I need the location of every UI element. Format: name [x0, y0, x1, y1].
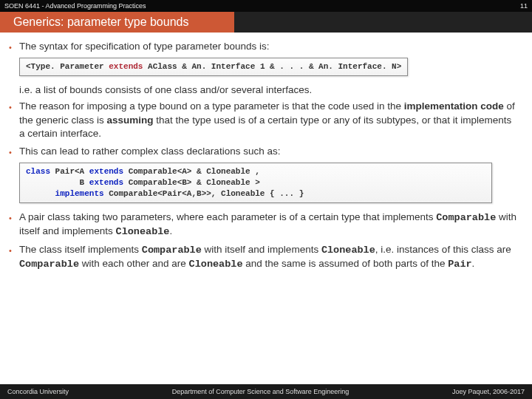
bullet-item: • The class itself implements Comparable…	[9, 243, 517, 271]
code-keyword: class	[26, 167, 50, 176]
bullet-text: This can lead to rather complex class de…	[19, 145, 517, 158]
text-run: .	[472, 258, 475, 269]
bullet-marker: •	[9, 40, 19, 53]
bullet-item: • A pair class taking two parameters, wh…	[9, 211, 517, 239]
text-run: and the same is assumed of both parts of…	[243, 258, 449, 269]
text-run: The class itself implements	[19, 244, 142, 255]
code-keyword: extends	[109, 62, 143, 71]
footer-right: Joey Paquet, 2006-2017	[452, 388, 525, 395]
text-run: .	[169, 225, 172, 236]
text-bold: assuming	[107, 115, 154, 126]
bullet-text: A pair class taking two parameters, wher…	[19, 211, 517, 239]
bullet-item: • The reason for imposing a type bound o…	[9, 100, 517, 140]
bullet-text: The syntax for specification of type par…	[19, 40, 517, 53]
bullet-text: The class itself implements Comparable w…	[19, 243, 517, 271]
text-run: , i.e. instances of this class are	[375, 244, 511, 255]
code-keyword: extends	[89, 178, 123, 187]
bullet-text: The reason for imposing a type bound on …	[19, 100, 517, 140]
text-mono: Cloneable	[116, 226, 170, 237]
footer-left: Concordia University	[7, 388, 69, 395]
code-token: Comparable<Pair<A,B>>, Cloneable { ... }	[104, 189, 304, 198]
code-block-pair: class Pair<A extends Comparable<A> & Clo…	[19, 163, 492, 203]
text-run: with itself and implements	[202, 244, 321, 255]
text-mono: Comparable	[436, 212, 496, 223]
code-token	[26, 189, 55, 198]
text-mono: Pair	[448, 259, 471, 270]
code-token: Comparable<A> & Cloneable ,	[123, 167, 260, 176]
text-mono: Comparable	[142, 245, 202, 256]
code-token: Type. Parameter	[31, 62, 109, 71]
page-number: 11	[520, 2, 528, 10]
bullet-item: • The syntax for specification of type p…	[9, 40, 517, 53]
course-code: SOEN 6441 - Advanced Programming Practic…	[4, 2, 146, 10]
bullet-marker: •	[9, 100, 19, 140]
footer-center: Department of Computer Science and Softw…	[172, 388, 349, 395]
text-run: with each other and are	[79, 258, 189, 269]
code-token: Pair<A	[50, 167, 89, 176]
code-token: <	[26, 62, 31, 71]
code-token: Comparable<B> & Cloneable >	[123, 178, 260, 187]
code-keyword: implements	[55, 189, 104, 198]
code-keyword: extends	[89, 167, 123, 176]
continuation-text: i.e. a list of bounds consists of one cl…	[19, 83, 517, 97]
bullet-marker: •	[9, 145, 19, 158]
footer-bar: Concordia University Department of Compu…	[0, 384, 532, 399]
bullet-item: • This can lead to rather complex class …	[9, 145, 517, 158]
bullet-marker: •	[9, 211, 19, 239]
slide-content: • The syntax for specification of type p…	[0, 33, 532, 272]
code-token: B	[26, 178, 89, 187]
code-token: >	[397, 62, 402, 71]
code-block-syntax: <Type. Parameter extends AClass & An. In…	[19, 58, 408, 76]
text-mono: Cloneable	[321, 245, 375, 256]
text-mono: Cloneable	[189, 259, 243, 270]
text-mono: Comparable	[19, 259, 79, 270]
header-bar: SOEN 6441 - Advanced Programming Practic…	[0, 0, 532, 12]
code-token: AClass & An. Interface 1 & . . . & An. I…	[143, 62, 396, 71]
text-run: The reason for imposing a type bound on …	[19, 100, 404, 112]
text-bold: implementation code	[404, 100, 504, 112]
slide-title-bar: Generics: parameter type bounds	[0, 12, 532, 33]
slide-title: Generics: parameter type bounds	[13, 16, 188, 29]
text-run: A pair class taking two parameters, wher…	[19, 211, 436, 222]
bullet-marker: •	[9, 243, 19, 271]
